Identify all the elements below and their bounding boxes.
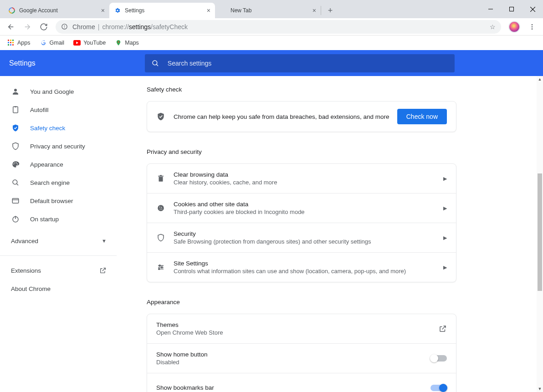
bookmark-apps[interactable]: Apps bbox=[5, 37, 33, 48]
tab-separator bbox=[321, 6, 321, 15]
row-show-bookmarks-bar: Show bookmarks bar bbox=[147, 373, 456, 392]
sidebar-item-label: Default browser bbox=[30, 198, 73, 204]
svg-rect-14 bbox=[8, 42, 9, 43]
address-bar[interactable]: Chrome | chrome://settings/safetyCheck ☆ bbox=[56, 20, 501, 34]
bookmark-label: Apps bbox=[17, 40, 31, 46]
sidebar-item-label: Appearance bbox=[30, 161, 63, 168]
safety-check-card: Chrome can help keep you safe from data … bbox=[147, 101, 456, 132]
bookmark-gmail[interactable]: Gmail bbox=[37, 37, 67, 48]
sidebar-item-default-browser[interactable]: Default browser bbox=[0, 192, 117, 210]
settings-header: Settings bbox=[0, 50, 543, 76]
row-cookies[interactable]: Cookies and other site dataThird-party c… bbox=[147, 193, 456, 223]
sidebar-item-label: On startup bbox=[30, 216, 59, 223]
appearance-card: ThemesOpen Chrome Web Store Show home bu… bbox=[147, 314, 456, 392]
window-controls bbox=[480, 0, 543, 18]
google-favicon-icon bbox=[8, 7, 15, 14]
row-clear-browsing-data[interactable]: Clear browsing dataClear history, cookie… bbox=[147, 164, 456, 193]
main-content: Safety check Chrome can help keep you sa… bbox=[117, 76, 543, 392]
close-icon[interactable]: × bbox=[312, 7, 316, 14]
forward-button[interactable] bbox=[20, 20, 35, 34]
sidebar-about-chrome[interactable]: About Chrome bbox=[0, 280, 117, 298]
site-info-icon[interactable] bbox=[61, 23, 68, 30]
new-tab-button[interactable]: + bbox=[324, 4, 337, 17]
back-button[interactable] bbox=[4, 20, 18, 34]
svg-rect-38 bbox=[160, 175, 162, 176]
svg-rect-17 bbox=[8, 44, 9, 46]
row-security[interactable]: SecuritySafe Browsing (protection from d… bbox=[147, 223, 456, 252]
sidebar-extensions[interactable]: Extensions bbox=[0, 261, 117, 280]
svg-point-22 bbox=[153, 61, 157, 65]
close-window-button[interactable] bbox=[522, 0, 543, 18]
apps-grid-icon bbox=[7, 39, 15, 46]
svg-point-9 bbox=[532, 26, 533, 27]
chevron-right-icon: ▶ bbox=[443, 235, 447, 241]
bookmark-label: Maps bbox=[125, 40, 139, 46]
toggle-bookmarks-bar[interactable] bbox=[430, 385, 447, 391]
maps-icon bbox=[115, 39, 122, 46]
sidebar-item-autofill[interactable]: Autofill bbox=[0, 101, 117, 119]
svg-point-24 bbox=[14, 89, 17, 92]
svg-rect-25 bbox=[13, 107, 18, 113]
svg-rect-18 bbox=[10, 44, 11, 46]
power-icon bbox=[11, 215, 20, 223]
bookmark-maps[interactable]: Maps bbox=[112, 37, 142, 48]
svg-point-41 bbox=[161, 207, 162, 208]
tab-new-tab[interactable]: New Tab × bbox=[215, 3, 321, 18]
sidebar-item-privacy-and-security[interactable]: Privacy and security bbox=[0, 137, 117, 155]
close-icon[interactable]: × bbox=[207, 7, 210, 14]
sidebar-item-appearance[interactable]: Appearance bbox=[0, 155, 117, 173]
customize-menu-button[interactable] bbox=[525, 20, 539, 34]
sidebar-item-label: Privacy and security bbox=[30, 143, 85, 150]
minimize-button[interactable] bbox=[480, 0, 501, 18]
row-site-settings[interactable]: Site SettingsControls what information s… bbox=[147, 252, 456, 282]
sidebar-item-label: You and Google bbox=[30, 88, 74, 95]
shield-icon bbox=[156, 234, 165, 242]
scroll-up-icon[interactable]: ▲ bbox=[537, 76, 543, 82]
svg-point-47 bbox=[161, 267, 163, 268]
scroll-down-icon[interactable]: ▼ bbox=[537, 386, 543, 392]
youtube-icon bbox=[73, 39, 81, 46]
sidebar-item-search-engine[interactable]: Search engine bbox=[0, 173, 117, 192]
shield-icon bbox=[11, 142, 20, 150]
scrollbar[interactable]: ▲ ▼ bbox=[537, 76, 543, 392]
tab-strip: Google Account × Settings × New Tab × + bbox=[0, 0, 337, 18]
chevron-down-icon: ▼ bbox=[102, 238, 107, 244]
search-icon bbox=[11, 178, 20, 187]
sidebar-item-on-startup[interactable]: On startup bbox=[0, 210, 117, 228]
row-themes[interactable]: ThemesOpen Chrome Web Store bbox=[147, 314, 456, 343]
tab-settings[interactable]: Settings × bbox=[109, 3, 215, 18]
search-settings[interactable] bbox=[145, 54, 455, 72]
svg-point-49 bbox=[159, 268, 160, 270]
tab-title: Google Account bbox=[19, 7, 98, 14]
bookmark-label: YouTube bbox=[83, 40, 106, 46]
autofill-icon bbox=[11, 106, 20, 114]
sidebar-advanced[interactable]: Advanced▼ bbox=[0, 232, 117, 250]
svg-point-8 bbox=[532, 24, 533, 25]
sidebar-item-safety-check[interactable]: Safety check bbox=[0, 119, 117, 137]
settings-title: Settings bbox=[9, 59, 36, 67]
svg-rect-12 bbox=[10, 40, 11, 41]
tab-google-account[interactable]: Google Account × bbox=[4, 3, 109, 18]
bookmark-star-icon[interactable]: ☆ bbox=[490, 23, 496, 31]
chevron-right-icon: ▶ bbox=[443, 265, 447, 270]
browser-icon bbox=[11, 197, 20, 205]
bookmark-youtube[interactable]: YouTube bbox=[71, 37, 108, 48]
privacy-card: Clear browsing dataClear history, cookie… bbox=[147, 163, 456, 282]
sidebar-item-you-and-google[interactable]: You and Google bbox=[0, 82, 117, 101]
svg-point-29 bbox=[16, 163, 17, 163]
reload-button[interactable] bbox=[36, 20, 51, 34]
toggle-home-button[interactable] bbox=[430, 355, 447, 361]
svg-rect-16 bbox=[12, 42, 14, 43]
search-input[interactable] bbox=[168, 60, 448, 67]
scroll-thumb[interactable] bbox=[538, 173, 542, 291]
svg-point-45 bbox=[159, 265, 160, 266]
maximize-button[interactable] bbox=[501, 0, 522, 18]
sidebar-item-label: Search engine bbox=[30, 179, 70, 186]
svg-rect-33 bbox=[12, 199, 19, 204]
svg-rect-2 bbox=[510, 7, 514, 11]
bookmarks-bar: Apps Gmail YouTube Maps bbox=[0, 36, 543, 50]
close-icon[interactable]: × bbox=[101, 7, 105, 14]
svg-line-23 bbox=[156, 64, 158, 66]
profile-avatar[interactable] bbox=[508, 21, 520, 33]
check-now-button[interactable]: Check now bbox=[397, 109, 447, 124]
